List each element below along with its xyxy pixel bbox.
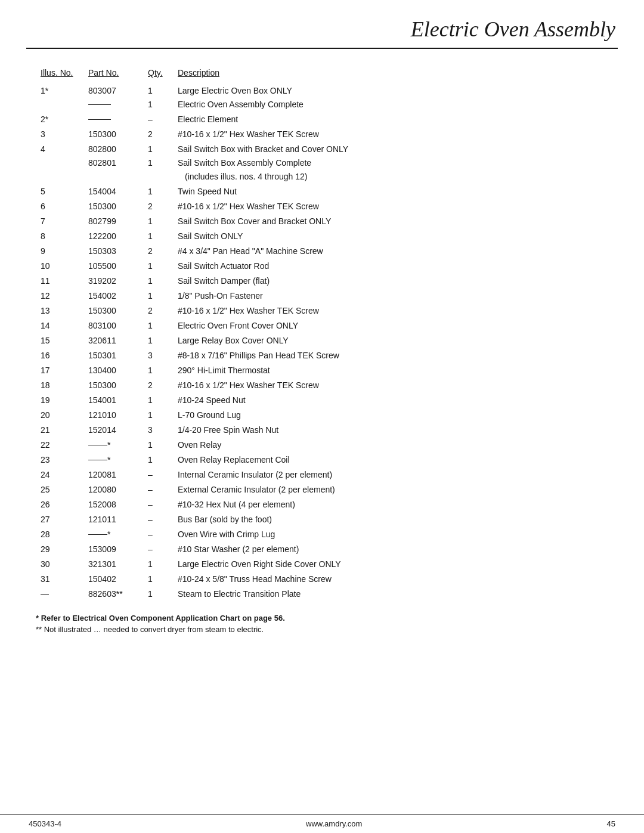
table-row: 24120081–Internal Ceramic Insulator (2 p…: [36, 467, 608, 482]
cell-illus: 2*: [36, 112, 83, 127]
cell-desc: #10-16 x 1/2" Hex Washer TEK Screw: [173, 127, 608, 142]
cell-illus: 24: [36, 467, 83, 482]
cell-qty: 1: [143, 157, 173, 171]
table-row: 29153009–#10 Star Washer (2 per element): [36, 542, 608, 557]
cell-qty: 1: [143, 408, 173, 423]
table-row: 201210101L-70 Ground Lug: [36, 408, 608, 423]
table-row: 26152008–#10-32 Hex Nut (4 per element): [36, 497, 608, 512]
table-row: 191540011#10-24 Speed Nut: [36, 393, 608, 408]
cell-qty: 1: [143, 83, 173, 98]
cell-illus: [36, 98, 83, 112]
footer-left: 450343-4: [29, 819, 61, 828]
cell-illus: [36, 171, 83, 184]
table-row: 81222001Sail Switch ONLY: [36, 229, 608, 244]
cell-desc: Large Electric Oven Box ONLY: [173, 83, 608, 98]
header-part: Part No.: [83, 66, 143, 83]
cell-part: [83, 98, 143, 112]
cell-part: 120080: [83, 482, 143, 497]
cell-part: 152008: [83, 497, 143, 512]
cell-desc: #10-24 x 5/8" Truss Head Machine Screw: [173, 572, 608, 587]
cell-desc: Oven Relay: [173, 438, 608, 453]
cell-part: 319202: [83, 274, 143, 289]
cell-desc: L-70 Ground Lug: [173, 408, 608, 423]
table-row: 181503002#10-16 x 1/2" Hex Washer TEK Sc…: [36, 378, 608, 393]
footnote-2: ** Not illustrated … needed to convert d…: [36, 625, 608, 634]
cell-part: 150300: [83, 378, 143, 393]
table-row: 31503002#10-16 x 1/2" Hex Washer TEK Scr…: [36, 127, 608, 142]
cell-part: [83, 171, 143, 184]
cell-illus: 10: [36, 259, 83, 274]
cell-illus: 29: [36, 542, 83, 557]
cell-illus: 6: [36, 199, 83, 214]
cell-qty: 1: [143, 587, 173, 602]
cell-qty: 2: [143, 244, 173, 259]
table-row: 8028011Sail Switch Box Assembly Complete: [36, 157, 608, 171]
cell-illus: 17: [36, 363, 83, 378]
cell-desc: #10 Star Washer (2 per element): [173, 542, 608, 557]
table-row: 78027991Sail Switch Box Cover and Bracke…: [36, 214, 608, 229]
cell-qty: 3: [143, 348, 173, 363]
table-row: 1215400211/8" Push-On Fastener: [36, 289, 608, 304]
cell-desc: Large Relay Box Cover ONLY: [173, 333, 608, 348]
footer-right: 45: [607, 819, 615, 828]
cell-qty: –: [143, 467, 173, 482]
table-row: 28*–Oven Wire with Crimp Lug: [36, 527, 608, 542]
table-row: 171304001290° Hi-Limit Thermostat: [36, 363, 608, 378]
cell-illus: 28: [36, 527, 83, 542]
table-row: 23*1Oven Relay Replacement Coil: [36, 453, 608, 467]
table-row: 1*8030071Large Electric Oven Box ONLY: [36, 83, 608, 98]
cell-qty: 1: [143, 184, 173, 199]
cell-part: *: [83, 453, 143, 467]
cell-desc: Electric Oven Assembly Complete: [173, 98, 608, 112]
cell-illus: 19: [36, 393, 83, 408]
cell-part: 150300: [83, 199, 143, 214]
cell-qty: 1: [143, 438, 173, 453]
cell-desc: Sail Switch ONLY: [173, 229, 608, 244]
footnotes: * Refer to Electrical Oven Component App…: [36, 614, 608, 634]
cell-illus: 8: [36, 229, 83, 244]
table-row: 303213011Large Electric Oven Right Side …: [36, 557, 608, 572]
table-row: 25120080–External Ceramic Insulator (2 p…: [36, 482, 608, 497]
cell-qty: 1: [143, 274, 173, 289]
cell-part: 802800: [83, 142, 143, 157]
cell-desc: #8-18 x 7/16" Phillips Pan Head TEK Scre…: [173, 348, 608, 363]
cell-illus: [36, 157, 83, 171]
cell-qty: 1: [143, 333, 173, 348]
cell-qty: 1: [143, 363, 173, 378]
cell-qty: –: [143, 112, 173, 127]
parts-table: Illus. No. Part No. Qty. Description 1*8…: [36, 66, 608, 602]
cell-desc: Bus Bar (sold by the foot): [173, 512, 608, 527]
table-row: 153206111Large Relay Box Cover ONLY: [36, 333, 608, 348]
cell-qty: 2: [143, 199, 173, 214]
cell-qty: 1: [143, 214, 173, 229]
table-row: 22*1Oven Relay: [36, 438, 608, 453]
cell-desc: #10-16 x 1/2" Hex Washer TEK Screw: [173, 378, 608, 393]
cell-desc: Sail Switch Box with Bracket and Cover O…: [173, 142, 608, 157]
table-row: 161503013#8-18 x 7/16" Phillips Pan Head…: [36, 348, 608, 363]
cell-qty: 1: [143, 289, 173, 304]
cell-illus: 11: [36, 274, 83, 289]
cell-part: 120081: [83, 467, 143, 482]
cell-part: 121010: [83, 408, 143, 423]
cell-part: 321301: [83, 557, 143, 572]
cell-desc: #10-16 x 1/2" Hex Washer TEK Screw: [173, 199, 608, 214]
cell-qty: 1: [143, 142, 173, 157]
cell-desc: Sail Switch Damper (flat): [173, 274, 608, 289]
cell-part: 152014: [83, 423, 143, 438]
page-title: Electric Oven Assembly: [0, 0, 644, 48]
cell-desc: Large Electric Oven Right Side Cover ONL…: [173, 557, 608, 572]
cell-qty: 1: [143, 318, 173, 333]
cell-desc: External Ceramic Insulator (2 per elemen…: [173, 482, 608, 497]
cell-desc: 1/8" Push-On Fastener: [173, 289, 608, 304]
cell-part: 154001: [83, 393, 143, 408]
cell-qty: 1: [143, 229, 173, 244]
cell-qty: 2: [143, 127, 173, 142]
cell-part: 882603**: [83, 587, 143, 602]
table-row: 2115201431/4-20 Free Spin Wash Nut: [36, 423, 608, 438]
cell-part: 802801: [83, 157, 143, 171]
cell-illus: 26: [36, 497, 83, 512]
cell-desc: (includes illus. nos. 4 through 12): [173, 171, 608, 184]
cell-part: 130400: [83, 363, 143, 378]
cell-qty: 1: [143, 259, 173, 274]
cell-qty: 3: [143, 423, 173, 438]
